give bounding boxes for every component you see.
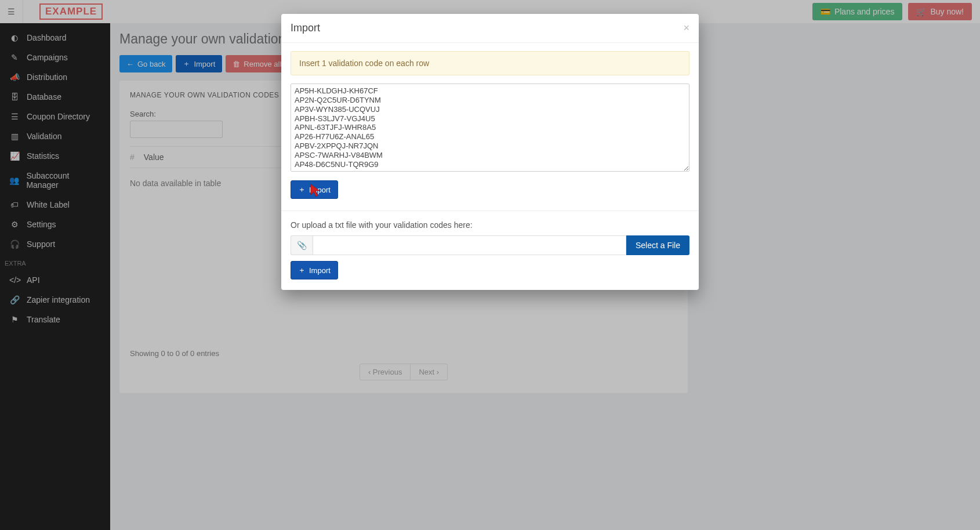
upload-label: Or upload a txt file with your validatio… <box>291 220 689 230</box>
import-codes-button[interactable]: ＋ Import <box>291 180 338 199</box>
alert: Insert 1 validation code on each row <box>291 51 689 75</box>
modal-body: Insert 1 validation code on each row ＋ I… <box>281 43 699 290</box>
plus-icon: ＋ <box>298 184 306 195</box>
import-file-label: Import <box>309 266 331 275</box>
import-file-button[interactable]: ＋ Import <box>291 261 338 279</box>
file-row: 📎 Select a File <box>291 235 689 255</box>
modal-header: Import × <box>281 14 699 43</box>
divider <box>281 210 699 211</box>
paperclip-icon: 📎 <box>297 241 307 250</box>
plus-icon: ＋ <box>298 265 306 275</box>
codes-textarea[interactable] <box>291 84 689 172</box>
file-icon-box: 📎 <box>291 235 313 255</box>
import-modal: Import × Insert 1 validation code on eac… <box>281 14 699 290</box>
close-icon: × <box>683 22 689 34</box>
file-path-input[interactable] <box>313 235 626 255</box>
select-file-button[interactable]: Select a File <box>626 235 689 255</box>
close-button[interactable]: × <box>683 22 689 34</box>
import-codes-label: Import <box>309 186 331 194</box>
modal-title: Import <box>291 22 320 34</box>
